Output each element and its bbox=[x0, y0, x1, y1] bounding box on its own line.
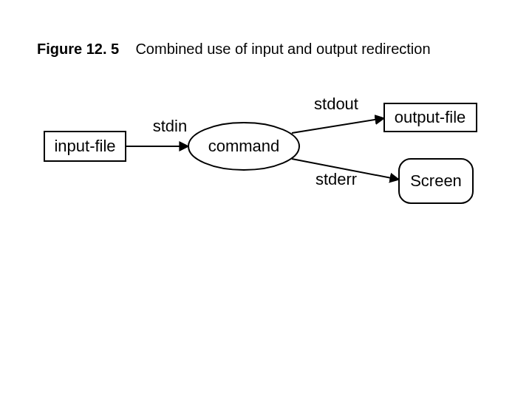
node-screen: Screen bbox=[399, 159, 473, 203]
edge-stderr: stderr bbox=[292, 159, 399, 188]
node-command: command bbox=[188, 123, 299, 170]
edge-stdin-label: stdin bbox=[153, 117, 187, 135]
edge-stderr-label: stderr bbox=[316, 170, 357, 188]
node-output-file: output-file bbox=[384, 103, 477, 132]
node-output-file-label: output-file bbox=[395, 108, 466, 126]
node-input-file: input-file bbox=[44, 132, 126, 161]
edge-stdin: stdin bbox=[126, 117, 188, 146]
svg-line-5 bbox=[292, 118, 384, 133]
diagram-svg: input-file command output-file Screen st… bbox=[0, 0, 532, 399]
node-command-label: command bbox=[208, 137, 280, 155]
node-input-file-label: input-file bbox=[54, 137, 115, 155]
edge-stdout-label: stdout bbox=[314, 95, 358, 113]
node-screen-label: Screen bbox=[410, 171, 462, 190]
edge-stdout: stdout bbox=[292, 95, 384, 133]
